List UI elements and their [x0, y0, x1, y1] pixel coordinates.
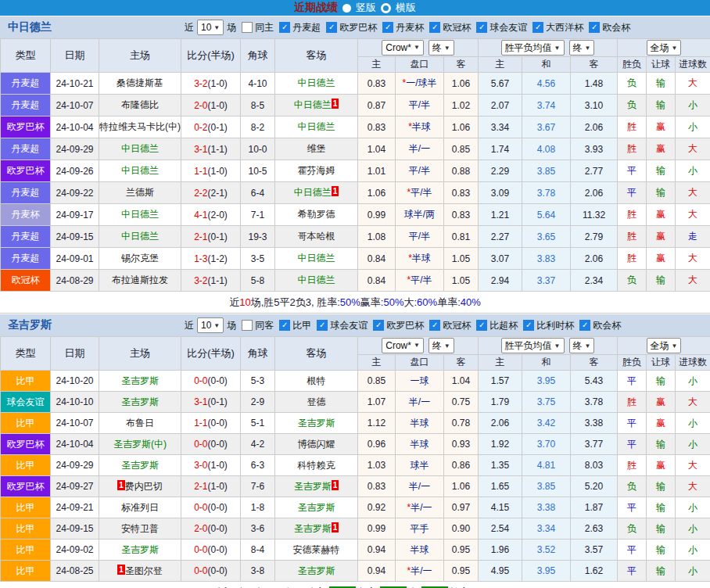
avg-draw-odds-link[interactable]: 3.37 — [537, 275, 555, 286]
avg-draw-odds-link[interactable]: 3.83 — [537, 253, 555, 264]
vertical-layout-radio[interactable] — [342, 4, 351, 13]
wdl-average-select[interactable]: 胜平负均值▼ — [501, 40, 565, 56]
scope-select[interactable]: 全场▼ — [647, 338, 682, 353]
league-badge: 丹麦超 — [1, 138, 51, 160]
avg-draw-odds-link[interactable]: 4.81 — [537, 460, 555, 471]
handicap-label: 平手 — [411, 523, 429, 534]
league-filter-checkbox[interactable]: ✓ — [429, 320, 440, 331]
horizontal-layout-radio[interactable] — [381, 3, 391, 13]
odds-company-select[interactable]: Crow*▼ — [382, 338, 424, 353]
away-odds: 0.95 — [444, 540, 479, 561]
avg-draw-odds-link[interactable]: 3.38 — [537, 502, 555, 513]
avg-draw-odds: 3.42 — [522, 413, 571, 434]
avg-draw-odds-link[interactable]: 4.08 — [537, 144, 555, 155]
away-odds: 0.88 — [444, 160, 479, 182]
avg-draw-odds-link[interactable]: 3.42 — [537, 418, 555, 428]
full-time-score: 3-2 — [194, 78, 207, 89]
section-header: 中日德兰近10▼场同主✓丹麦超✓欧罗巴杯✓丹麦杯✓欧冠杯✓球会友谊✓大西洋杯✓欧… — [0, 16, 710, 38]
league-badge: 丹麦超 — [1, 226, 51, 248]
corner-score: 5-8 — [241, 270, 275, 292]
result-header-group: 全场▼ — [618, 337, 710, 355]
final-wdl-select[interactable]: 终▼ — [569, 40, 595, 56]
avg-draw-odds-link[interactable]: 3.52 — [537, 544, 555, 555]
avg-win-odds: 1.92 — [479, 434, 522, 455]
team-label: 圣吉罗斯 — [121, 375, 159, 386]
avg-draw-odds-link[interactable]: 3.95 — [537, 375, 555, 386]
league-filter-checkbox[interactable]: ✓ — [373, 320, 384, 331]
recent-count-select[interactable]: 10▼ — [197, 20, 224, 35]
league-filter-checkbox[interactable]: ✓ — [476, 22, 487, 33]
corner-score: 8-2 — [241, 117, 275, 138]
league-filter-checkbox[interactable]: ✓ — [279, 22, 290, 33]
corner-score: 5-1 — [241, 413, 275, 434]
same-venue-checkbox[interactable] — [242, 320, 253, 331]
dropdown-arrow-icon: ▼ — [213, 24, 220, 31]
same-venue-checkbox[interactable] — [242, 22, 253, 33]
result-goals: 小 — [676, 561, 710, 582]
summary-segment: 赢率: — [357, 586, 380, 588]
team-name: 圣吉罗斯 — [0, 318, 184, 332]
recent-count-select[interactable]: 10▼ — [197, 317, 224, 333]
league-filter-checkbox[interactable]: ✓ — [523, 320, 534, 331]
column-header: 主场 — [99, 39, 181, 73]
avg-draw-odds: 3.95 — [522, 371, 571, 392]
league-filter-checkbox[interactable]: ✓ — [476, 320, 487, 331]
sub-column-header: 主 — [358, 57, 396, 73]
final-odds-select[interactable]: 终▼ — [429, 338, 454, 353]
home-team: 标准列日 — [99, 497, 181, 518]
avg-draw-odds-link[interactable]: 3.78 — [537, 188, 555, 199]
avg-draw-odds-link[interactable]: 3.75 — [537, 396, 555, 407]
handicap-cell: 半/一 — [396, 476, 444, 497]
scope-select[interactable]: 全场▼ — [647, 40, 682, 56]
final-odds-select[interactable]: 终▼ — [429, 40, 454, 56]
half-time-score: (0-0) — [208, 544, 228, 555]
match-row: 比甲24-09-29圣吉罗斯3-0(1-0)6-3科特赖克1.03球半0.861… — [1, 455, 710, 476]
match-date: 24-08-29 — [51, 270, 99, 292]
result-goals: 小 — [676, 434, 710, 455]
avg-draw-odds-link[interactable]: 3.70 — [537, 439, 555, 450]
avg-lose-odds: 2.63 — [571, 518, 618, 540]
full-time-score: 2-0 — [194, 100, 207, 111]
avg-draw-odds-link[interactable]: 3.34 — [537, 523, 555, 534]
match-date: 24-10-07 — [51, 95, 99, 117]
half-time-score: (1-0) — [208, 481, 228, 492]
odds-company-select[interactable]: Crow*▼ — [382, 40, 424, 56]
avg-draw-odds-link[interactable]: 4.56 — [537, 78, 555, 89]
result-goals: 小 — [676, 497, 710, 518]
result-wdl: 胜 — [618, 455, 647, 476]
avg-draw-odds-link[interactable]: 3.85 — [537, 166, 555, 177]
league-filter-checkbox[interactable]: ✓ — [579, 320, 590, 331]
avg-draw-odds-link[interactable]: 3.65 — [537, 231, 555, 242]
match-date: 24-10-20 — [51, 371, 99, 392]
league-filter-checkbox[interactable]: ✓ — [532, 22, 543, 33]
handicap-label: 半球 — [411, 439, 429, 450]
league-filter-checkbox[interactable]: ✓ — [326, 22, 337, 33]
avg-draw-odds-link[interactable]: 3.95 — [537, 565, 555, 576]
league-filter-checkbox[interactable]: ✓ — [429, 22, 440, 33]
home-odds: 1.08 — [358, 226, 396, 248]
match-date: 24-10-04 — [51, 117, 99, 138]
league-filter-label: 欧会杯 — [602, 21, 630, 34]
league-filter-checkbox[interactable]: ✓ — [382, 22, 393, 33]
result-goals: 小 — [676, 160, 710, 182]
league-filter-checkbox[interactable]: ✓ — [279, 320, 290, 331]
result-handicap: 输 — [647, 476, 676, 497]
avg-draw-odds-link[interactable]: 3.67 — [537, 122, 555, 133]
home-odds: 0.84 — [358, 248, 396, 270]
league-filter-checkbox[interactable]: ✓ — [317, 320, 328, 331]
league-filter-checkbox[interactable]: ✓ — [589, 22, 600, 33]
handicap-label: 半/一 — [409, 481, 430, 492]
avg-draw-odds-link[interactable]: 3.74 — [537, 100, 555, 111]
team-label: 桑德捷斯基 — [117, 77, 163, 88]
avg-draw-odds-link[interactable]: 3.85 — [537, 481, 555, 492]
avg-lose-odds: 5.43 — [571, 371, 618, 392]
vertical-layout-label: 竖版 — [356, 1, 376, 15]
wdl-average-select[interactable]: 胜平负均值▼ — [501, 338, 565, 353]
column-header: 比分(半场) — [181, 39, 241, 73]
team-label: 费内巴切 — [125, 481, 163, 492]
result-wdl: 平 — [618, 413, 647, 434]
avg-draw-odds-link[interactable]: 5.64 — [537, 210, 555, 220]
final-wdl-select[interactable]: 终▼ — [569, 338, 595, 353]
match-date: 24-10-04 — [51, 434, 99, 455]
team-label: 中日德兰 — [298, 274, 335, 285]
